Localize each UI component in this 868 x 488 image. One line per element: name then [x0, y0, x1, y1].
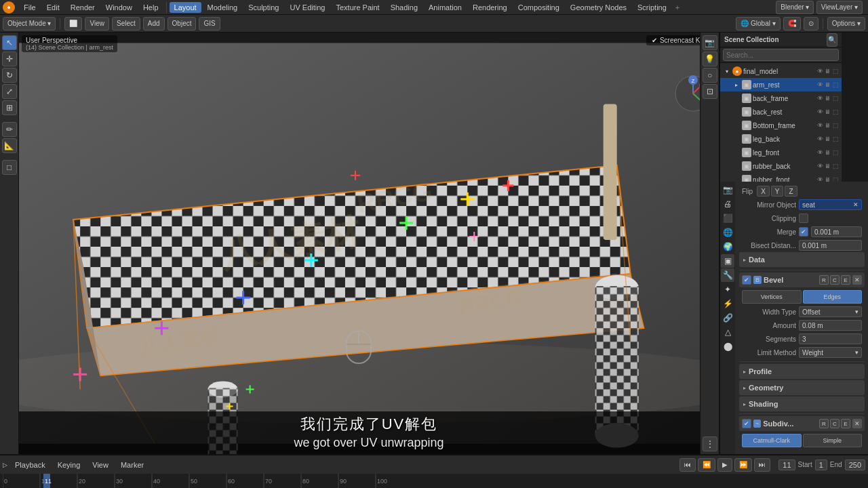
prop-material-tab[interactable]: ⬤ — [721, 340, 734, 353]
object-mode-btn[interactable]: Object Mode ▾ — [3, 17, 56, 30]
subdiv-render-icon[interactable]: C — [830, 419, 840, 428]
bevel-edit-icon[interactable]: E — [841, 275, 850, 285]
vp-camera-btn[interactable]: 📷 — [703, 35, 717, 50]
data-section-header[interactable]: ▸ Data — [739, 252, 865, 267]
workspace-uv-editing[interactable]: UV Editing — [285, 2, 330, 13]
profile-section-header[interactable]: ▸ Profile — [739, 364, 865, 379]
proportional-btn[interactable]: ⊙ — [804, 17, 818, 30]
menu-file[interactable]: File — [19, 2, 41, 13]
workspace-scripting[interactable]: Scripting — [633, 2, 671, 13]
shading-section-header[interactable]: ▸ Shading — [739, 396, 865, 411]
merge-checkbox[interactable]: ✔ — [799, 227, 808, 237]
cursor-tool[interactable]: ↖ — [2, 35, 17, 50]
subdiv-catmull-clark-btn[interactable]: Catmull-Clark — [742, 434, 802, 447]
outliner-item-collection[interactable]: ▾ ● final_model 👁 🖥 ⬚ — [720, 64, 842, 78]
menu-render[interactable]: Render — [66, 2, 100, 13]
timeline-keying-btn[interactable]: Keying — [53, 460, 85, 470]
view-btn[interactable]: View — [85, 17, 109, 30]
geometry-section-header[interactable]: ▸ Geometry — [739, 380, 865, 395]
outliner-item-rubber-back[interactable]: ▣ rubber_back 👁 🖥 ⬚ — [720, 159, 842, 173]
timeline-marker-btn[interactable]: Marker — [116, 460, 149, 470]
workspace-sculpting[interactable]: Sculpting — [243, 2, 283, 13]
prop-physics-tab[interactable]: ⚡ — [721, 297, 734, 310]
gis-btn[interactable]: GIS — [199, 17, 220, 30]
timeline-view-btn[interactable]: View — [87, 460, 113, 470]
prop-particles-tab[interactable]: ✦ — [721, 283, 734, 296]
workspace-layout[interactable]: Layout — [170, 2, 201, 13]
outliner-item-leg-front[interactable]: ▣ leg_front 👁 🖥 ⬚ — [720, 146, 842, 159]
workspace-rendering[interactable]: Rendering — [468, 2, 512, 13]
outliner-item-arm-rest[interactable]: ▸ ▣ arm_rest 👁 🖥 ⬚ — [720, 78, 842, 92]
mirror-object-value[interactable]: seat ✕ — [799, 199, 862, 210]
timeline-ruler[interactable]: 0 10 11 20 30 40 50 60 70 80 90 100 — [0, 474, 868, 488]
jump-end-btn[interactable]: ⏭ — [754, 458, 770, 472]
workspace-compositing[interactable]: Compositing — [513, 2, 564, 13]
prop-scene-tab[interactable]: 🌐 — [721, 226, 734, 239]
workspace-modeling[interactable]: Modeling — [203, 2, 243, 13]
outliner-item-back-rest[interactable]: ▣ back_rest 👁 🖥 ⬚ — [720, 105, 842, 119]
measure-tool[interactable]: 📐 — [2, 138, 17, 153]
clipping-checkbox[interactable] — [799, 214, 808, 223]
move-tool[interactable]: ✛ — [2, 52, 17, 66]
limit-method-value[interactable]: Weight ▾ — [799, 347, 862, 358]
bevel-edges-btn[interactable]: Edges — [803, 290, 863, 304]
options-btn[interactable]: Options ▾ — [827, 17, 865, 30]
prop-data-tab[interactable]: △ — [721, 325, 734, 339]
outliner-item-bottom-frame[interactable]: ▣ Bottom_frame 👁 🖥 ⬚ — [720, 119, 842, 132]
prev-frame-btn[interactable]: ⏪ — [698, 458, 715, 472]
next-frame-btn[interactable]: ⏩ — [734, 458, 752, 472]
subdiv-visible-checkbox[interactable]: ✔ — [742, 419, 751, 428]
menu-edit[interactable]: Edit — [42, 2, 64, 13]
segments-value[interactable]: 3 — [799, 333, 862, 344]
vp-overlay-btn[interactable]: ○ — [703, 68, 717, 83]
bevel-vertices-btn[interactable]: Vertices — [742, 290, 802, 304]
add-btn[interactable]: Add — [143, 17, 165, 30]
bevel-visible-checkbox[interactable]: ✔ — [742, 275, 751, 285]
outliner-item-leg-back[interactable]: ▣ leg_back 👁 🖥 ⬚ — [720, 132, 842, 146]
play-btn[interactable]: ▶ — [717, 458, 732, 472]
timeline-playback-btn[interactable]: Playback — [10, 460, 50, 470]
add-cube-tool[interactable]: □ — [2, 160, 17, 175]
prop-output-tab[interactable]: 🖨 — [721, 197, 734, 211]
global-btn[interactable]: 🌐 Global ▾ — [736, 17, 780, 30]
outliner-filter-btn[interactable]: 🔍 — [827, 33, 837, 47]
workspace-geometry-nodes[interactable]: Geometry Nodes — [566, 2, 631, 13]
prop-view-layer-tab[interactable]: ⬛ — [721, 211, 734, 225]
scale-tool[interactable]: ⤢ — [2, 84, 17, 99]
flip-z-btn[interactable]: Z — [785, 186, 797, 197]
prop-constraints-tab[interactable]: 🔗 — [721, 311, 734, 325]
flip-y-btn[interactable]: Y — [771, 186, 784, 197]
outliner-item-back-frame[interactable]: ▣ back_frame 👁 🖥 ⬚ — [720, 92, 842, 105]
outliner-item-rubber-front[interactable]: ▣ rubber_front 👁 🖥 ⬚ — [720, 173, 842, 182]
select-btn[interactable]: Select — [112, 17, 140, 30]
subdiv-realtime-icon[interactable]: R — [819, 419, 829, 428]
timeline-expand-icon[interactable]: ▷ — [3, 462, 7, 468]
prop-modifier-tab[interactable]: 🔧 — [721, 268, 734, 282]
menu-window[interactable]: Window — [101, 2, 137, 13]
flip-x-btn[interactable]: X — [757, 186, 770, 197]
subdiv-edit-icon[interactable]: E — [841, 419, 850, 428]
transform-tool[interactable]: ⊞ — [2, 100, 17, 115]
object-btn[interactable]: Object — [167, 17, 197, 30]
subdiv-simple-btn[interactable]: Simple — [803, 434, 863, 447]
menu-help[interactable]: Help — [138, 2, 163, 13]
view-layer-selector[interactable]: ViewLayer ▾ — [816, 1, 863, 14]
workspace-shading[interactable]: Shading — [386, 2, 422, 13]
bevel-render-icon[interactable]: C — [830, 275, 840, 285]
prop-object-tab[interactable]: ▣ — [721, 254, 734, 268]
jump-start-btn[interactable]: ⏮ — [679, 458, 696, 472]
scene-selector[interactable]: Blender ▾ — [776, 1, 813, 14]
bisect-value[interactable]: 0.001 m — [799, 240, 862, 251]
workspace-animation[interactable]: Animation — [424, 2, 467, 13]
amount-value[interactable]: 0.08 m — [799, 320, 862, 331]
merge-value[interactable]: 0.001 m — [811, 226, 862, 237]
annotate-tool[interactable]: ✏ — [2, 122, 17, 137]
vp-render-btn[interactable]: 💡 — [703, 52, 717, 66]
vp-xray-btn[interactable]: ⊡ — [703, 84, 717, 99]
vp-options-btn[interactable]: ⋮ — [703, 436, 717, 451]
outliner-search-input[interactable] — [723, 49, 839, 61]
prop-render-tab[interactable]: 📷 — [721, 183, 734, 197]
snap-btn[interactable]: 🧲 — [783, 17, 801, 30]
workspace-texture-paint[interactable]: Texture Paint — [331, 2, 384, 13]
subdiv-close-btn[interactable]: ✕ — [852, 419, 862, 428]
